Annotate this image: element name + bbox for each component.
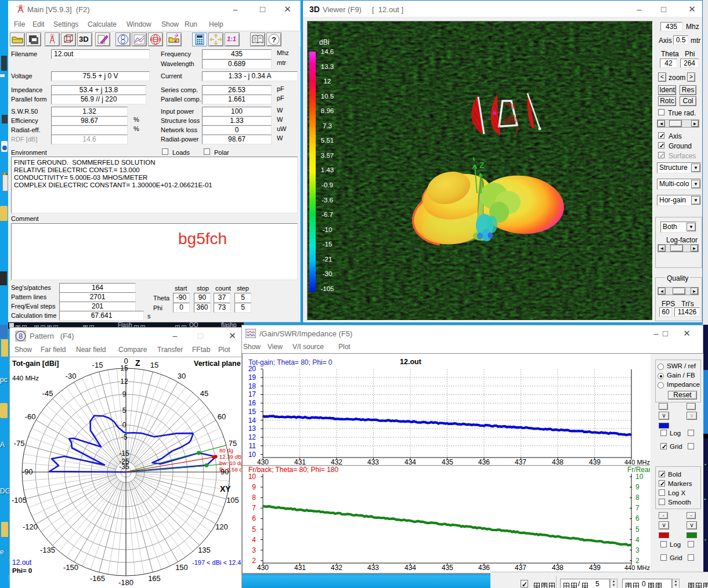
svg-text:12: 12: [120, 378, 128, 386]
svg-text:Z: Z: [135, 358, 140, 368]
svg-text:2: 2: [635, 557, 640, 565]
svg-text:8: 8: [252, 493, 256, 502]
svg-text:-5: -5: [121, 433, 128, 441]
svg-text:3: 3: [252, 546, 256, 554]
svg-text:20: 20: [248, 365, 257, 373]
svg-text:7.3: 7.3: [323, 122, 332, 129]
svg-text:9: 9: [635, 483, 640, 491]
svg-text:437: 437: [515, 564, 526, 572]
svg-text:5: 5: [635, 525, 640, 533]
svg-text:5: 5: [252, 525, 256, 533]
svg-text:9: 9: [252, 483, 256, 491]
svg-text:dBi: dBi: [319, 38, 329, 46]
svg-text:Z: Z: [479, 161, 485, 170]
svg-text:10: 10: [635, 473, 644, 481]
svg-text:105: 105: [226, 496, 239, 504]
svg-text:13.3: 13.3: [321, 63, 334, 70]
svg-text:438: 438: [552, 564, 563, 572]
svg-text:431: 431: [294, 564, 306, 572]
svg-text:4: 4: [635, 536, 640, 544]
svg-text:Tot-gain; Theta= 80; Phi= 0: Tot-gain; Theta= 80; Phi= 0: [248, 358, 333, 366]
svg-text:9: 9: [122, 390, 127, 398]
svg-text:80 dg: 80 dg: [219, 447, 233, 453]
svg-text:-15: -15: [92, 361, 103, 369]
svg-text:-60: -60: [25, 412, 36, 421]
svg-text:433: 433: [367, 564, 379, 572]
svg-text:7: 7: [252, 504, 256, 512]
svg-text:3.57: 3.57: [321, 152, 334, 159]
svg-text:-15: -15: [323, 241, 333, 248]
svg-text:-3.6: -3.6: [322, 197, 333, 204]
svg-text:XY: XY: [220, 484, 231, 493]
svg-text:-105: -105: [12, 496, 27, 504]
svg-text:-75: -75: [14, 439, 25, 448]
svg-text:4: 4: [252, 536, 256, 544]
svg-text:10.5: 10.5: [321, 93, 334, 100]
svg-text:-10: -10: [323, 226, 333, 233]
svg-text:135: 135: [198, 546, 211, 554]
svg-text:434: 434: [404, 564, 416, 572]
svg-text:430: 430: [257, 564, 269, 572]
svg-text:432: 432: [331, 564, 342, 572]
svg-text:-30: -30: [323, 270, 333, 277]
svg-text:-90: -90: [22, 467, 33, 476]
svg-text:8: 8: [635, 493, 640, 502]
svg-text:5.51: 5.51: [321, 137, 334, 144]
svg-text:60: 60: [218, 412, 226, 421]
svg-text:-45: -45: [42, 389, 53, 398]
svg-text:75: 75: [229, 439, 237, 448]
svg-text:14: 14: [248, 416, 257, 424]
svg-text:bw: 10 dg: bw: 10 dg: [219, 460, 243, 466]
svg-text:15: 15: [120, 364, 128, 372]
svg-text:fb: 3.58 dB: fb: 3.58 dB: [219, 466, 243, 473]
svg-text:12: 12: [324, 78, 331, 85]
svg-text:16: 16: [248, 399, 257, 407]
svg-text:120: 120: [215, 522, 228, 531]
svg-text:165: 165: [148, 574, 161, 583]
svg-text:30: 30: [178, 372, 186, 380]
svg-text:18: 18: [248, 382, 257, 390]
svg-text:-180: -180: [118, 578, 133, 587]
svg-text:3: 3: [635, 546, 640, 554]
svg-text:436: 436: [478, 564, 490, 572]
svg-text:19: 19: [248, 373, 257, 382]
svg-text:45: 45: [200, 389, 208, 398]
svg-text:Fr/back; Theta= 80; Phi= 180: Fr/back; Theta= 80; Phi= 180: [248, 466, 339, 474]
svg-text:-35: -35: [119, 463, 129, 471]
svg-text:440 MHz: 440 MHz: [624, 564, 650, 571]
svg-text:-165: -165: [90, 574, 105, 583]
svg-text:6: 6: [252, 514, 256, 522]
svg-text:5: 5: [122, 406, 127, 415]
svg-text:11: 11: [249, 442, 257, 450]
svg-text:-120: -120: [23, 522, 38, 531]
svg-text:0: 0: [122, 421, 127, 429]
svg-text:17: 17: [248, 390, 257, 398]
svg-text:7: 7: [635, 504, 640, 512]
svg-text:15: 15: [248, 408, 257, 416]
svg-text:1.43: 1.43: [321, 166, 334, 173]
svg-text:2: 2: [252, 557, 256, 565]
svg-text:150: 150: [175, 563, 188, 572]
svg-text:439: 439: [589, 564, 601, 572]
svg-text:10: 10: [248, 451, 257, 459]
svg-text:-105: -105: [320, 285, 334, 292]
svg-text:6: 6: [635, 514, 640, 522]
svg-text:8.96: 8.96: [321, 107, 334, 114]
svg-text:-135: -135: [40, 546, 55, 554]
svg-text:-21: -21: [323, 256, 333, 263]
svg-text:12: 12: [248, 433, 257, 441]
svg-text:-15: -15: [119, 449, 129, 458]
svg-text:-30: -30: [66, 372, 77, 380]
svg-text:?: ?: [272, 35, 276, 44]
svg-text:-150: -150: [63, 563, 78, 572]
svg-text:435: 435: [442, 564, 453, 572]
svg-text:14.6: 14.6: [321, 48, 334, 55]
svg-text:-6.7: -6.7: [322, 211, 333, 218]
svg-text:12.out: 12.out: [400, 358, 422, 366]
svg-text:-0.9: -0.9: [322, 182, 333, 188]
svg-text:13: 13: [248, 424, 257, 433]
svg-text:15: 15: [150, 361, 158, 369]
svg-text:10: 10: [248, 473, 257, 481]
svg-text:12.39 dB: 12.39 dB: [219, 453, 241, 460]
